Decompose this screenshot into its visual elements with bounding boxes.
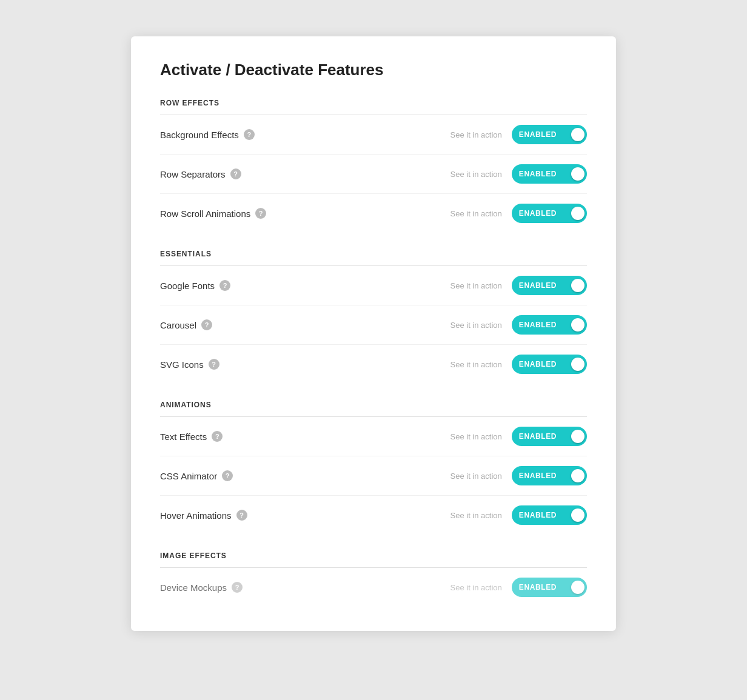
- feature-right-background-effects: See it in actionENABLED: [451, 125, 587, 144]
- main-card: Activate / Deactivate Features ROW EFFEC…: [131, 36, 616, 631]
- help-icon-text-effects[interactable]: ?: [212, 431, 223, 442]
- toggle-switch-text-effects[interactable]: [565, 427, 587, 446]
- toggle-switch-svg-icons[interactable]: [565, 355, 587, 374]
- toggle-css-animator[interactable]: ENABLED: [512, 466, 587, 485]
- feature-left-svg-icons: SVG Icons?: [160, 359, 219, 370]
- toggle-switch-google-fonts[interactable]: [565, 276, 587, 295]
- see-action-css-animator[interactable]: See it in action: [451, 472, 502, 481]
- toggle-label-device-mockups: ENABLED: [512, 578, 565, 597]
- feature-left-carousel: Carousel?: [160, 319, 212, 330]
- feature-left-text-effects: Text Effects?: [160, 431, 223, 442]
- toggle-label-google-fonts: ENABLED: [512, 276, 565, 295]
- toggle-knob-background-effects: [571, 128, 585, 141]
- help-icon-row-scroll-animations[interactable]: ?: [255, 208, 266, 219]
- see-action-carousel[interactable]: See it in action: [451, 321, 502, 330]
- feature-left-background-effects: Background Effects?: [160, 129, 255, 140]
- toggle-knob-text-effects: [571, 430, 585, 443]
- toggle-carousel[interactable]: ENABLED: [512, 315, 587, 335]
- feature-left-css-animator: CSS Animator?: [160, 470, 233, 481]
- toggle-switch-css-animator[interactable]: [565, 466, 587, 485]
- toggle-switch-row-separators[interactable]: [565, 164, 587, 184]
- help-icon-css-animator[interactable]: ?: [222, 470, 233, 481]
- help-icon-google-fonts[interactable]: ?: [219, 280, 230, 291]
- feature-right-carousel: See it in actionENABLED: [451, 315, 587, 335]
- toggle-switch-hover-animations[interactable]: [565, 505, 587, 525]
- feature-row-row-scroll-animations: Row Scroll Animations?See it in actionEN…: [160, 194, 587, 233]
- help-icon-device-mockups[interactable]: ?: [232, 582, 243, 593]
- feature-name-svg-icons: SVG Icons: [160, 359, 204, 370]
- section-header-animations: ANIMATIONS: [160, 401, 587, 414]
- see-action-background-effects[interactable]: See it in action: [451, 130, 502, 139]
- see-action-svg-icons[interactable]: See it in action: [451, 360, 502, 369]
- toggle-background-effects[interactable]: ENABLED: [512, 125, 587, 144]
- feature-left-google-fonts: Google Fonts?: [160, 280, 230, 291]
- feature-row-hover-animations: Hover Animations?See it in actionENABLED: [160, 496, 587, 535]
- help-icon-background-effects[interactable]: ?: [244, 129, 255, 140]
- help-icon-hover-animations[interactable]: ?: [236, 510, 247, 521]
- toggle-switch-carousel[interactable]: [565, 315, 587, 335]
- feature-name-hover-animations: Hover Animations: [160, 510, 232, 521]
- toggle-label-background-effects: ENABLED: [512, 125, 565, 144]
- feature-row-carousel: Carousel?See it in actionENABLED: [160, 305, 587, 345]
- feature-row-background-effects: Background Effects?See it in actionENABL…: [160, 115, 587, 155]
- toggle-row-scroll-animations[interactable]: ENABLED: [512, 204, 587, 223]
- feature-name-row-scroll-animations: Row Scroll Animations: [160, 208, 250, 219]
- page-title: Activate / Deactivate Features: [160, 61, 587, 79]
- section-header-image-effects: IMAGE EFFECTS: [160, 552, 587, 565]
- feature-name-device-mockups: Device Mockups: [160, 582, 227, 593]
- see-action-device-mockups[interactable]: See it in action: [451, 583, 502, 592]
- feature-name-css-animator: CSS Animator: [160, 471, 217, 481]
- toggle-knob-row-scroll-animations: [571, 207, 585, 220]
- see-action-row-scroll-animations[interactable]: See it in action: [451, 209, 502, 218]
- toggle-label-row-separators: ENABLED: [512, 164, 565, 184]
- toggle-google-fonts[interactable]: ENABLED: [512, 276, 587, 295]
- feature-name-carousel: Carousel: [160, 320, 196, 330]
- section-header-essentials: ESSENTIALS: [160, 250, 587, 263]
- section-row-effects: ROW EFFECTSBackground Effects?See it in …: [160, 99, 587, 233]
- toggle-row-separators[interactable]: ENABLED: [512, 164, 587, 184]
- see-action-row-separators[interactable]: See it in action: [451, 170, 502, 179]
- help-icon-row-separators[interactable]: ?: [230, 168, 241, 179]
- feature-row-row-separators: Row Separators?See it in actionENABLED: [160, 155, 587, 194]
- toggle-switch-device-mockups[interactable]: [565, 578, 587, 597]
- toggle-label-hover-animations: ENABLED: [512, 505, 565, 525]
- section-header-row-effects: ROW EFFECTS: [160, 99, 587, 112]
- toggle-text-effects[interactable]: ENABLED: [512, 427, 587, 446]
- toggle-svg-icons[interactable]: ENABLED: [512, 355, 587, 374]
- toggle-knob-row-separators: [571, 167, 585, 181]
- feature-right-text-effects: See it in actionENABLED: [451, 427, 587, 446]
- see-action-text-effects[interactable]: See it in action: [451, 432, 502, 441]
- feature-left-row-separators: Row Separators?: [160, 168, 241, 179]
- feature-left-row-scroll-animations: Row Scroll Animations?: [160, 208, 266, 219]
- section-essentials: ESSENTIALSGoogle Fonts?See it in actionE…: [160, 250, 587, 384]
- toggle-label-svg-icons: ENABLED: [512, 355, 565, 374]
- section-image-effects: IMAGE EFFECTSDevice Mockups?See it in ac…: [160, 552, 587, 607]
- toggle-switch-row-scroll-animations[interactable]: [565, 204, 587, 223]
- toggle-switch-background-effects[interactable]: [565, 125, 587, 144]
- toggle-label-carousel: ENABLED: [512, 315, 565, 335]
- feature-right-hover-animations: See it in actionENABLED: [451, 505, 587, 525]
- toggle-label-row-scroll-animations: ENABLED: [512, 204, 565, 223]
- help-icon-carousel[interactable]: ?: [201, 319, 212, 330]
- toggle-knob-hover-animations: [571, 508, 585, 522]
- feature-right-device-mockups: See it in actionENABLED: [451, 578, 587, 597]
- toggle-knob-carousel: [571, 318, 585, 332]
- feature-name-google-fonts: Google Fonts: [160, 281, 215, 291]
- feature-row-text-effects: Text Effects?See it in actionENABLED: [160, 417, 587, 456]
- feature-right-row-separators: See it in actionENABLED: [451, 164, 587, 184]
- toggle-knob-svg-icons: [571, 358, 585, 371]
- feature-name-background-effects: Background Effects: [160, 130, 239, 140]
- section-animations: ANIMATIONSText Effects?See it in actionE…: [160, 401, 587, 535]
- feature-right-svg-icons: See it in actionENABLED: [451, 355, 587, 374]
- toggle-hover-animations[interactable]: ENABLED: [512, 505, 587, 525]
- toggle-device-mockups[interactable]: ENABLED: [512, 578, 587, 597]
- feature-left-hover-animations: Hover Animations?: [160, 510, 247, 521]
- toggle-label-css-animator: ENABLED: [512, 466, 565, 485]
- feature-right-google-fonts: See it in actionENABLED: [451, 276, 587, 295]
- toggle-label-text-effects: ENABLED: [512, 427, 565, 446]
- see-action-hover-animations[interactable]: See it in action: [451, 511, 502, 520]
- feature-left-device-mockups: Device Mockups?: [160, 582, 243, 593]
- see-action-google-fonts[interactable]: See it in action: [451, 281, 502, 290]
- help-icon-svg-icons[interactable]: ?: [209, 359, 219, 370]
- toggle-knob-google-fonts: [571, 279, 585, 292]
